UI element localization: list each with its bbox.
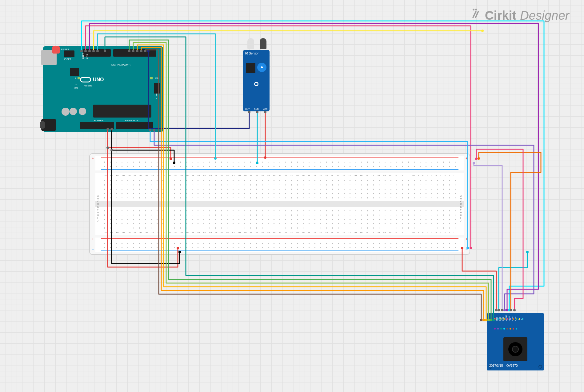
component-ir-sensor[interactable]: IR Sensor OUTGNDVCC (243, 38, 270, 111)
arduino-l-label: L (75, 77, 76, 80)
camera-pin-d0[interactable] (510, 328, 511, 330)
svg-point-36 (495, 309, 498, 311)
analog-section-label: ANALOG IN (125, 119, 138, 122)
bb-minus-tr: – (466, 167, 468, 171)
arduino-on-led (150, 77, 153, 79)
camera-pin-reset[interactable] (513, 328, 514, 330)
camera-pin-label-sioc: SIOC (499, 317, 501, 321)
wire-cam-href[interactable] (479, 152, 541, 310)
arduino-rx-label: RX (74, 87, 78, 90)
ir-clear-led (247, 38, 254, 49)
svg-point-19 (506, 309, 508, 311)
camera-pin-d2[interactable] (503, 328, 505, 330)
svg-point-6 (110, 149, 113, 151)
wire-cam-vs[interactable] (474, 163, 502, 310)
ir-sensor-comparator-chip (246, 63, 255, 73)
svg-point-15 (508, 309, 510, 311)
wire-ir-out-to-d2[interactable] (148, 51, 249, 129)
arduino-power-header[interactable] (80, 122, 114, 129)
camera-pin-label-d6: D6 (521, 319, 522, 321)
breadboard-terminal-strips[interactable]: 6362616059585756555453525150494847464544… (95, 173, 464, 235)
component-camera-ov7670[interactable]: 3V3GNDSIOCSIODVSYNCHREFPCLKXCLKD7D6 2017… (487, 313, 544, 370)
arduino-brand-label: Arduino (84, 84, 92, 87)
svg-point-35 (480, 319, 482, 321)
bb-plus-br: + (466, 237, 468, 241)
svg-point-21 (503, 309, 506, 311)
design-canvas[interactable]: RESET ICSP2 UNO Arduino L TX RX ON DIGIT… (0, 0, 584, 392)
camera-pin-label-href: HREF (508, 316, 510, 321)
icsp-label: ICSP (155, 93, 158, 99)
ir-sensor-mount-hole (254, 82, 258, 86)
wire-cam-3v3[interactable] (462, 248, 496, 310)
breadboard-row-labels-right: ABCDEFGHIJ (460, 194, 462, 214)
camera-pin-label-xclk: XCLK (514, 316, 516, 321)
svg-point-40 (501, 309, 503, 311)
svg-point-39 (526, 251, 529, 253)
camera-lens (508, 342, 522, 356)
camera-pin-label-vsync: VSYNC (505, 315, 507, 321)
breadboard-power-rail-bottom[interactable] (95, 238, 464, 252)
ir-sensor-potentiometer[interactable] (257, 63, 266, 72)
svg-point-47 (481, 30, 484, 32)
arduino-capacitor-3 (62, 108, 70, 116)
camera-pin-d1[interactable] (506, 328, 508, 330)
bb-plus-tr: + (466, 156, 468, 161)
arduino-barrel-jack (41, 119, 56, 131)
svg-point-4 (106, 146, 109, 149)
camera-pin-label-3v3: 3V3 (493, 318, 495, 321)
ir-sensor-title: IR Sensor (245, 52, 268, 55)
arduino-analog-header[interactable] (116, 122, 153, 129)
digital-label: DIGITAL (PWM~) (111, 63, 130, 66)
camera-pin-label-siod: SIOD (502, 317, 504, 321)
wire-cam-xclk[interactable] (476, 149, 523, 310)
breadboard-row-labels-left: ABCDEFGHIJ (97, 194, 99, 214)
arduino-reset-button[interactable] (52, 46, 60, 54)
svg-point-38 (498, 309, 500, 311)
arduino-on-label: ON (155, 77, 159, 80)
arduino-infinity-icon (80, 77, 91, 82)
ir-pin-label-out: OUT (245, 108, 250, 110)
arduino-icsp-header[interactable] (154, 83, 160, 94)
bb-plus-bl: + (92, 237, 94, 241)
ir-pin-label-vcc: VCC (263, 108, 267, 110)
ir-sensor-body: IR Sensor OUTGNDVCC (243, 50, 270, 111)
svg-point-41 (473, 162, 475, 164)
camera-pin-d4[interactable] (497, 328, 499, 330)
svg-point-44 (513, 309, 516, 311)
ir-sensor-leds (247, 38, 266, 49)
breadboard-power-rail-top[interactable] (95, 156, 464, 170)
arduino-atmega-chip (93, 105, 151, 118)
ir-dark-led (260, 38, 266, 49)
arduino-capacitor-1 (70, 108, 77, 115)
breadboard-column-labels-top: 6362616059585756555453525150494847464544… (105, 174, 455, 177)
component-arduino-uno[interactable]: RESET ICSP2 UNO Arduino L TX RX ON DIGIT… (43, 46, 163, 132)
arduino-tx-label: TX (74, 83, 78, 86)
arduino-16u2-chip (70, 68, 79, 76)
camera-pin-label-pclk: PCLK (511, 316, 513, 321)
camera-pin-d3[interactable] (500, 328, 502, 330)
breadboard-center-channel (95, 201, 464, 207)
bb-minus-br: – (466, 247, 468, 252)
svg-point-43 (478, 157, 480, 160)
component-breadboard[interactable]: 6362616059585756555453525150494847464544… (89, 153, 470, 255)
wire-cam-gnd[interactable] (499, 252, 527, 310)
breadboard-column-labels-bottom: 6362616059585756555453525150494847464544… (105, 231, 455, 234)
arduino-model: UNO (93, 77, 104, 82)
camera-pin-pwdn[interactable] (516, 328, 517, 330)
camera-pin-d5[interactable] (494, 328, 496, 330)
camera-date-label: 2017/3/15 OV7670 (489, 364, 518, 367)
icsp2-label: ICSP2 (64, 58, 71, 61)
arduino-icsp2-header[interactable] (64, 50, 74, 57)
arduino-l-led (78, 77, 80, 79)
power-section-label: POWER (94, 119, 103, 122)
arduino-digital-header-2[interactable] (113, 49, 156, 57)
bb-minus-bl: – (92, 247, 94, 252)
bb-plus-tl: + (92, 156, 94, 161)
svg-point-33 (482, 319, 485, 321)
camera-pin-label-d7: D7 (518, 319, 519, 321)
gnd-pin-label: GND (86, 54, 88, 59)
camera-pin-label-gnd: GND (496, 317, 498, 321)
bb-minus-tl: – (92, 167, 94, 171)
camera-screw-br (538, 365, 542, 369)
svg-point-45 (475, 158, 478, 160)
